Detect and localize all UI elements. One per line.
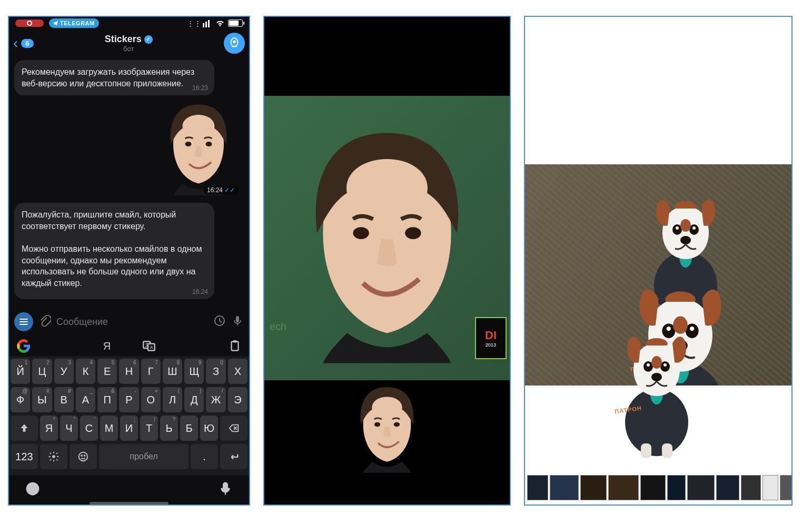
- key-Ч[interactable]: Ч": [60, 416, 78, 441]
- telegram-phone-screenshot: TELEGRAM ⋮⋮ ‹ 6 Stickers бот Рекомендуем…: [8, 16, 250, 506]
- key-К[interactable]: К4: [76, 359, 95, 384]
- chat-title[interactable]: Stickers: [105, 34, 142, 45]
- thumbnail[interactable]: [640, 475, 666, 500]
- key-Н[interactable]: Н6: [119, 359, 138, 384]
- dog-cutout-sticker[interactable]: [562, 322, 751, 459]
- message-input-bar: [9, 308, 249, 335]
- key-Г[interactable]: Г7: [141, 359, 161, 384]
- google-icon[interactable]: [16, 339, 31, 353]
- sticker-face: [156, 101, 241, 195]
- message-text: Пожалуйста, пришлите смайл, который соот…: [22, 210, 176, 231]
- telegram-pill[interactable]: TELEGRAM: [49, 18, 99, 28]
- key-Ш[interactable]: Ш8: [163, 359, 182, 384]
- key-М[interactable]: М:: [100, 416, 118, 441]
- key-Ю[interactable]: Ю: [200, 416, 218, 441]
- key-А[interactable]: А_: [76, 387, 95, 412]
- background-text: ech: [270, 321, 286, 333]
- sticker-overlay[interactable]: [348, 383, 427, 473]
- event-banner: DI 2013: [475, 317, 507, 359]
- key-Т[interactable]: Т!: [140, 416, 158, 441]
- key-Ы[interactable]: Ы#: [32, 387, 52, 412]
- svg-point-23: [52, 455, 55, 458]
- key-И[interactable]: И;: [120, 416, 138, 441]
- signal-icon: ⋮⋮: [186, 19, 212, 27]
- thumbnail[interactable]: [687, 475, 715, 500]
- svg-rect-21: [231, 341, 238, 350]
- home-indicator[interactable]: [90, 502, 169, 505]
- key-numbers[interactable]: 123: [11, 444, 38, 469]
- clipboard-icon[interactable]: [228, 339, 242, 353]
- thumbnail[interactable]: [550, 475, 579, 500]
- menu-button[interactable]: [14, 312, 33, 331]
- outgoing-sticker[interactable]: 16:24✓✓: [14, 101, 241, 195]
- svg-rect-22: [233, 340, 237, 342]
- message-time: 16:24: [192, 288, 208, 296]
- thumbnail-strip[interactable]: [525, 475, 793, 500]
- key-period[interactable]: .: [191, 444, 218, 469]
- thumbnail[interactable]: [741, 475, 761, 500]
- key-enter[interactable]: [220, 444, 247, 469]
- key-П[interactable]: П&: [97, 387, 117, 412]
- thumbnail[interactable]: [780, 475, 793, 500]
- unread-badge[interactable]: 6: [21, 39, 33, 48]
- key-settings[interactable]: [40, 444, 67, 469]
- wifi-icon: [215, 18, 225, 28]
- chat-avatar[interactable]: [224, 33, 245, 54]
- keyboard-bottom-row: [9, 476, 249, 502]
- back-button[interactable]: ‹: [13, 36, 18, 51]
- key-У[interactable]: У3: [54, 359, 74, 384]
- key-Я[interactable]: Я*: [40, 416, 58, 441]
- photo-with-sticker-overlay: ech DI 2013: [263, 16, 511, 506]
- thumbnail[interactable]: [608, 475, 639, 500]
- key-backspace[interactable]: [220, 416, 247, 441]
- sticker-time: 16:24✓✓: [203, 186, 239, 194]
- key-Э[interactable]: Э: [228, 387, 247, 412]
- verified-icon: [144, 35, 153, 44]
- key-В[interactable]: В₽: [54, 387, 74, 412]
- key-Ь[interactable]: Ь?: [160, 416, 178, 441]
- voice-button[interactable]: [231, 314, 244, 329]
- key-Ф[interactable]: Ф@: [11, 387, 30, 412]
- mic-icon[interactable]: [217, 481, 233, 497]
- key-Е[interactable]: Е5: [97, 359, 117, 384]
- thumbnail[interactable]: [527, 475, 548, 500]
- key-Щ[interactable]: Щ9: [184, 359, 204, 384]
- key-Ц[interactable]: Ц2: [32, 359, 52, 384]
- key-З[interactable]: З0: [206, 359, 225, 384]
- key-Р[interactable]: Р-: [119, 387, 138, 412]
- key-Б[interactable]: Б: [180, 416, 198, 441]
- key-Х[interactable]: Х: [228, 359, 247, 384]
- svg-text:文: 文: [145, 342, 150, 348]
- keyboard-suggestion-bar: Я 文A: [9, 335, 249, 357]
- incoming-message[interactable]: Пожалуйста, пришлите смайл, который соот…: [14, 203, 214, 299]
- battery-icon: [228, 19, 243, 27]
- chat-messages[interactable]: Рекомендуем загружать изображения через …: [9, 57, 249, 308]
- incoming-message[interactable]: Рекомендуем загружать изображения через …: [14, 60, 214, 95]
- key-space[interactable]: пробел: [99, 444, 189, 469]
- key-Д[interactable]: Д): [184, 387, 204, 412]
- translate-icon[interactable]: 文A: [142, 339, 156, 353]
- person-photo: [287, 117, 487, 370]
- message-input[interactable]: [56, 317, 208, 328]
- thumbnail[interactable]: [667, 475, 686, 500]
- screen-record-pill[interactable]: [15, 19, 44, 27]
- key-Ж[interactable]: Ж/: [206, 387, 225, 412]
- key-emoji[interactable]: [70, 444, 97, 469]
- message-text: Рекомендуем загружать изображения через …: [22, 67, 194, 88]
- suggestion-word[interactable]: Я: [103, 340, 111, 352]
- key-О[interactable]: О+: [141, 387, 161, 412]
- key-shift[interactable]: [11, 416, 38, 441]
- key-Л[interactable]: Л(: [163, 387, 182, 412]
- thumbnail[interactable]: [716, 475, 739, 500]
- thumbnail[interactable]: [763, 475, 778, 500]
- key-Й[interactable]: Й1: [11, 359, 30, 384]
- dog-photo-editor: ПАТРОН ПАТРОН: [524, 16, 793, 506]
- attach-button[interactable]: [38, 314, 51, 329]
- thumbnail[interactable]: [580, 475, 607, 500]
- schedule-button[interactable]: [213, 314, 226, 329]
- svg-point-26: [84, 455, 85, 456]
- status-bar: TELEGRAM ⋮⋮: [9, 17, 249, 29]
- key-С[interactable]: С': [80, 416, 98, 441]
- background-photo: ech DI 2013: [264, 96, 510, 380]
- globe-icon[interactable]: [25, 481, 41, 497]
